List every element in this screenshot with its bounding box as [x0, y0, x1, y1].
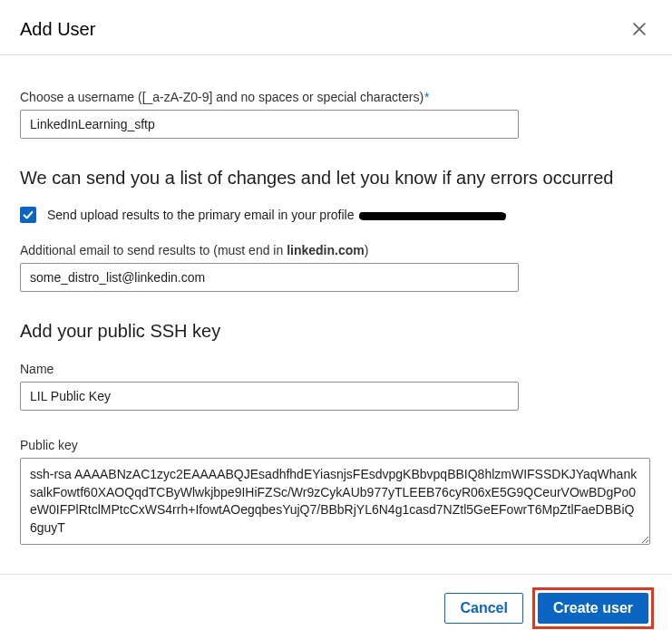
- ssh-heading: Add your public SSH key: [20, 321, 652, 342]
- username-input[interactable]: [20, 110, 519, 139]
- dialog-header: Add User: [0, 0, 672, 55]
- send-results-label-text: Send upload results to the primary email…: [47, 208, 355, 222]
- send-results-label: Send upload results to the primary email…: [47, 208, 506, 222]
- notify-heading: We can send you a list of changes and le…: [20, 168, 652, 189]
- additional-email-label-prefix: Additional email to send results to (mus…: [20, 243, 287, 257]
- create-user-button[interactable]: Create user: [538, 593, 648, 624]
- redacted-email: [359, 210, 506, 222]
- ssh-name-input[interactable]: [20, 382, 519, 411]
- additional-email-label-suffix: ): [365, 243, 369, 257]
- dialog-body: Choose a username ([_a-zA-Z0-9] and no s…: [0, 55, 672, 574]
- send-results-checkbox[interactable]: [20, 207, 36, 223]
- required-asterisk: *: [424, 90, 429, 104]
- ssh-key-label: Public key: [20, 438, 652, 452]
- cancel-button[interactable]: Cancel: [444, 593, 522, 624]
- checkmark-icon: [22, 208, 34, 221]
- username-label-text: Choose a username ([_a-zA-Z0-9] and no s…: [20, 90, 424, 104]
- additional-email-label: Additional email to send results to (mus…: [20, 243, 652, 257]
- dialog-title: Add User: [20, 19, 95, 40]
- ssh-name-label: Name: [20, 362, 652, 376]
- close-icon: [630, 20, 648, 38]
- additional-email-label-bold: linkedin.com: [287, 243, 365, 257]
- additional-email-input[interactable]: [20, 263, 519, 292]
- ssh-key-textarea[interactable]: [20, 458, 650, 545]
- create-user-highlight: Create user: [532, 587, 654, 629]
- dialog-footer: Cancel Create user: [0, 574, 672, 630]
- close-button[interactable]: [627, 16, 652, 42]
- username-label: Choose a username ([_a-zA-Z0-9] and no s…: [20, 90, 652, 104]
- send-results-checkbox-row: Send upload results to the primary email…: [20, 207, 652, 223]
